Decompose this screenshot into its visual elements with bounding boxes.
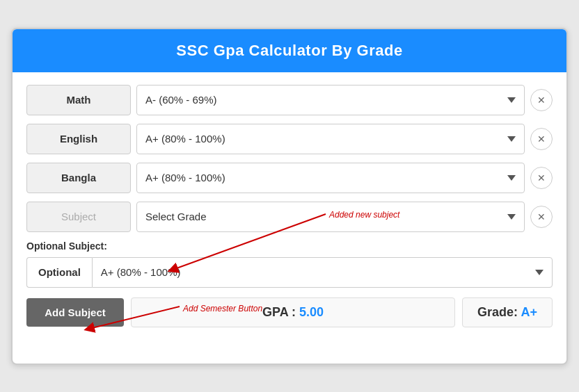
gpa-label: GPA : — [262, 305, 296, 319]
subject-label-math: Math — [26, 85, 131, 115]
grade-display: Grade: A+ — [462, 297, 553, 327]
grade-select-new-subject[interactable]: Select GradeA+ (80% - 100%)A (70% - 79%)… — [136, 202, 525, 232]
footer-section: Added new subject Add Subject GPA : 5.00… — [26, 297, 553, 350]
grade-value: A+ — [521, 305, 537, 319]
page-title: SSC Gpa Calculator By Grade — [13, 29, 566, 72]
footer-row: Add Subject GPA : 5.00 Grade: A+ — [26, 297, 553, 327]
subject-label-bangla: Bangla — [26, 163, 131, 193]
grade-select-english[interactable]: Select GradeA+ (80% - 100%)A (70% - 79%)… — [136, 124, 525, 154]
remove-button-math[interactable]: ✕ — [530, 89, 553, 111]
optional-grade-select[interactable]: Select GradeA+ (80% - 100%)A (70% - 79%)… — [92, 257, 553, 288]
annotation-area: Add Semester Button — [26, 329, 553, 350]
optional-subject-label: Optional Subject: — [26, 240, 553, 252]
gpa-value: 5.00 — [299, 305, 324, 319]
remove-button-new-subject[interactable]: ✕ — [530, 206, 553, 228]
optional-row: Optional Select GradeA+ (80% - 100%)A (7… — [26, 257, 553, 288]
subject-label-english: English — [26, 124, 131, 154]
grade-label: Grade: — [477, 305, 518, 319]
subject-row-bangla: BanglaSelect GradeA+ (80% - 100%)A (70% … — [26, 163, 553, 193]
gpa-display: GPA : 5.00 — [131, 297, 455, 327]
subject-row-new-subject: SubjectSelect GradeA+ (80% - 100%)A (70%… — [26, 202, 553, 232]
optional-badge: Optional — [26, 257, 92, 288]
body-content: MathSelect GradeA+ (80% - 100%)A (70% - … — [13, 72, 566, 364]
remove-button-bangla[interactable]: ✕ — [530, 167, 553, 189]
subject-label-new-subject: Subject — [26, 202, 131, 232]
grade-select-bangla[interactable]: Select GradeA+ (80% - 100%)A (70% - 79%)… — [136, 163, 525, 193]
subjects-container: MathSelect GradeA+ (80% - 100%)A (70% - … — [26, 85, 553, 232]
remove-button-english[interactable]: ✕ — [530, 128, 553, 150]
grade-select-math[interactable]: Select GradeA+ (80% - 100%)A (70% - 79%)… — [136, 85, 525, 115]
optional-subject-section: Optional Subject: Optional Select GradeA… — [26, 240, 553, 288]
calculator-card: SSC Gpa Calculator By Grade MathSelect G… — [11, 28, 568, 365]
subject-row-math: MathSelect GradeA+ (80% - 100%)A (70% - … — [26, 85, 553, 115]
subject-row-english: EnglishSelect GradeA+ (80% - 100%)A (70%… — [26, 124, 553, 154]
add-subject-button[interactable]: Add Subject — [26, 298, 124, 327]
